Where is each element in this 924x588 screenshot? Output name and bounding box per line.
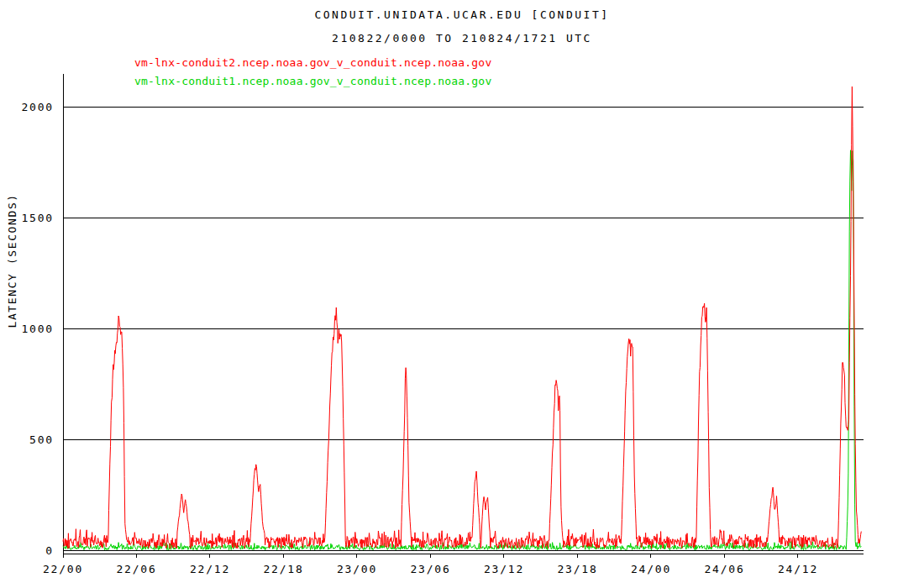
y-tick-label-1500: 1500 (21, 212, 54, 224)
x-tick-label-23/12: 23/12 (484, 563, 524, 575)
x-tick-label-23/06: 23/06 (410, 563, 450, 575)
x-tick-label-24/06: 24/06 (704, 563, 744, 575)
y-tick-label-0: 0 (45, 544, 54, 557)
latency-chart: 050010001500200022/0022/0622/1222/1823/0… (0, 0, 924, 588)
y-tick-label-1000: 1000 (21, 323, 54, 335)
x-tick-label-24/12: 24/12 (778, 563, 818, 575)
x-tick-label-23/00: 23/00 (337, 563, 377, 575)
rtstats-latency-screen: CONDUIT.UNIDATA.UCAR.EDU [CONDUIT] 21082… (0, 0, 924, 588)
x-tick-label-22/12: 22/12 (190, 563, 230, 575)
series-line-conduit1-green (63, 150, 861, 550)
x-tick-label-22/18: 22/18 (263, 563, 303, 575)
y-tick-label-2000: 2000 (21, 101, 54, 113)
y-tick-label-500: 500 (29, 433, 54, 446)
x-tick-label-23/18: 23/18 (557, 563, 597, 575)
series-line-conduit2-red (63, 87, 861, 549)
x-tick-label-22/00: 22/00 (43, 563, 83, 575)
x-tick-label-24/00: 24/00 (631, 563, 671, 575)
x-tick-label-22/06: 22/06 (116, 563, 156, 575)
